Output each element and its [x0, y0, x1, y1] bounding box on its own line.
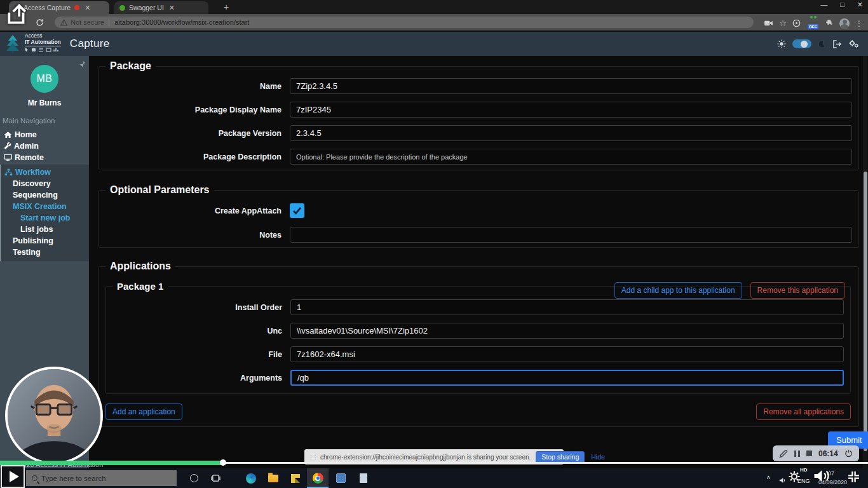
- player-settings-gear-icon[interactable]: [788, 470, 801, 485]
- notes-label: Notes: [99, 231, 290, 240]
- extensions-puzzle-icon[interactable]: [825, 19, 834, 27]
- sidebar-item-home[interactable]: Home: [0, 129, 89, 140]
- sidebar-item-discovery[interactable]: Discovery: [1, 178, 89, 189]
- video-progress-played[interactable]: [0, 461, 224, 465]
- pin-sidebar-icon[interactable]: [79, 58, 86, 70]
- brand-mini-icons: [25, 48, 60, 53]
- remove-all-applications-button[interactable]: Remove all applications: [756, 403, 851, 420]
- reload-icon: [36, 18, 44, 27]
- arguments-input[interactable]: [290, 370, 844, 386]
- file-explorer-icon[interactable]: [262, 468, 284, 488]
- sidebar-item-sequencing[interactable]: Sequencing: [1, 189, 89, 201]
- package-display-name-input[interactable]: [290, 102, 852, 118]
- logout-icon[interactable]: [832, 40, 842, 48]
- windows-taskbar: Type here to search ∧ ENG: [0, 468, 868, 488]
- package-description-label: Package Description: [99, 152, 290, 161]
- sidebar-item-admin[interactable]: Admin: [0, 140, 89, 152]
- cortana-button[interactable]: [183, 468, 205, 488]
- browser-toolbar: ← Not secure aitaborg:30000/workflow/msi…: [0, 14, 868, 30]
- arguments-label: Arguments: [106, 374, 290, 383]
- tray-volume-icon[interactable]: [779, 475, 786, 486]
- sidebar-item-testing[interactable]: Testing: [1, 247, 89, 258]
- checkmark-icon: [292, 207, 302, 215]
- address-bar[interactable]: Not secure aitaborg:30000/workflow/msix-…: [55, 17, 754, 28]
- player-fullscreen-icon[interactable]: [848, 471, 860, 485]
- recording-indicator-icon: [74, 5, 79, 10]
- hide-sharing-bar-button[interactable]: Hide: [591, 453, 605, 461]
- task-view-button[interactable]: [205, 468, 226, 488]
- remove-this-application-button[interactable]: Remove this application: [750, 282, 845, 299]
- sidebar-item-label: Sequencing: [13, 191, 58, 200]
- player-volume-icon[interactable]: [813, 469, 832, 485]
- sidebar-item-remote[interactable]: Remote: [0, 152, 89, 163]
- create-appattach-checkbox[interactable]: [290, 203, 304, 218]
- sidebar-item-label: Testing: [13, 248, 41, 257]
- reload-button[interactable]: [36, 18, 44, 29]
- bookmark-star-icon[interactable]: ☆: [779, 19, 787, 27]
- name-input[interactable]: [290, 78, 852, 94]
- settings-gears-icon[interactable]: [848, 39, 859, 48]
- video-progress-remaining[interactable]: [224, 462, 868, 464]
- tab-swagger-ui[interactable]: Swagger UI ✕: [114, 1, 208, 14]
- restart-power-icon[interactable]: [844, 449, 853, 458]
- applications-section: Applications Package 1 Add a child app t…: [98, 261, 859, 427]
- tab-title: Access Capture: [24, 4, 71, 11]
- taskbar-search[interactable]: Type here to search: [26, 470, 177, 486]
- install-order-input[interactable]: [290, 299, 844, 315]
- add-child-app-button[interactable]: Add a child app to this application: [614, 282, 742, 299]
- extension-clock-icon[interactable]: [792, 19, 801, 27]
- notes-input[interactable]: [290, 227, 852, 243]
- tab-close-icon[interactable]: ✕: [85, 4, 90, 12]
- install-order-label: Install Order: [106, 303, 290, 312]
- screen-recorder-extension-icon[interactable]: REC: [806, 16, 820, 30]
- stop-sharing-button[interactable]: Stop sharing: [536, 451, 585, 463]
- recording-timer: 06:14: [818, 449, 838, 458]
- divider: [109, 19, 109, 26]
- dark-mode-moon-icon: [818, 40, 826, 48]
- stop-recording-icon[interactable]: [806, 451, 812, 456]
- nav-section-label: Main Navigation: [3, 117, 89, 125]
- sharing-message: chrome-extension://jihcoiniecimeajcniapb…: [320, 454, 531, 461]
- profile-avatar[interactable]: [839, 18, 850, 29]
- chrome-icon[interactable]: [307, 468, 329, 488]
- user-avatar[interactable]: MB: [31, 65, 58, 93]
- sidebar-item-start-new-job[interactable]: Start new job: [1, 212, 89, 224]
- maximize-button[interactable]: □: [840, 1, 844, 9]
- sticky-notes-icon[interactable]: [285, 468, 306, 488]
- new-tab-button[interactable]: +: [224, 2, 229, 12]
- tab-close-icon[interactable]: ✕: [169, 4, 175, 12]
- security-label: Not secure: [71, 18, 104, 26]
- edge-icon[interactable]: [240, 468, 262, 488]
- video-progress-scrubber[interactable]: [220, 459, 226, 466]
- pause-recording-icon[interactable]: [794, 451, 800, 457]
- sidebar-item-msix-creation[interactable]: MSIX Creation: [1, 201, 89, 212]
- minimize-button[interactable]: —: [820, 1, 827, 9]
- sidebar-item-label: Discovery: [13, 179, 51, 188]
- drag-handle-icon[interactable]: ⋮⋮: [308, 454, 317, 460]
- chrome-menu-icon[interactable]: ⋮: [855, 19, 863, 28]
- annotate-pen-icon[interactable]: [779, 449, 788, 458]
- not-secure-warning-icon: [60, 19, 67, 26]
- package-version-input[interactable]: [290, 125, 852, 141]
- package-display-name-label: Package Display Name: [99, 105, 290, 114]
- sidebar-item-publishing[interactable]: Publishing: [1, 235, 89, 247]
- package-section: Package Name Package Display Name Packag…: [98, 60, 859, 170]
- pinned-app2-icon[interactable]: [353, 468, 374, 488]
- add-application-button[interactable]: Add an application: [105, 403, 182, 420]
- package-version-label: Package Version: [99, 129, 290, 138]
- applications-legend: Applications: [105, 261, 175, 272]
- window-controls: — □ ✕: [820, 1, 863, 9]
- scrollbar-thumb[interactable]: [864, 172, 867, 451]
- sidebar-item-list-jobs[interactable]: List jobs: [1, 224, 89, 235]
- unc-input[interactable]: [290, 323, 844, 339]
- sidebar-item-workflow[interactable]: Workflow: [1, 166, 89, 178]
- close-button[interactable]: ✕: [857, 1, 863, 9]
- theme-toggle[interactable]: [792, 39, 811, 48]
- package-description-input[interactable]: [290, 149, 852, 165]
- tray-expand-icon[interactable]: ∧: [766, 474, 771, 480]
- video-play-button[interactable]: [1, 465, 25, 488]
- pinned-app-icon[interactable]: [330, 468, 351, 488]
- cast-icon[interactable]: [764, 20, 773, 27]
- file-input[interactable]: [290, 346, 844, 362]
- optional-parameters-section: Optional Parameters Create AppAttach Not…: [98, 184, 859, 248]
